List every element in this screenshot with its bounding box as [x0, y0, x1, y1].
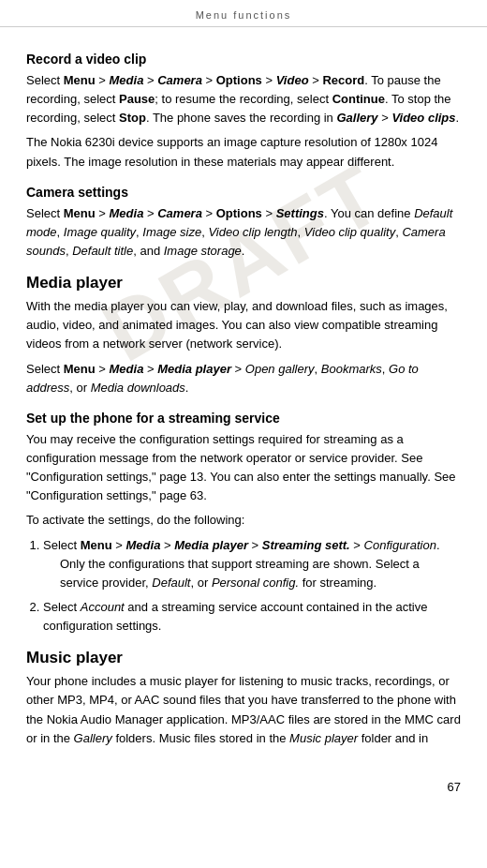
- streaming-service-p1: You may receive the configuration settin…: [26, 430, 461, 506]
- section-streaming-service: Set up the phone for a streaming service…: [26, 411, 461, 636]
- streaming-step-1-indent: Only the configurations that support str…: [60, 555, 461, 592]
- page-number: 67: [0, 776, 487, 803]
- record-video-title: Record a video clip: [26, 52, 461, 67]
- media-player-p2: Select Menu > Media > Media player > Ope…: [26, 360, 461, 397]
- page-header: Menu functions: [0, 0, 487, 27]
- header-title: Menu functions: [196, 9, 292, 21]
- streaming-steps-list: Select Menu > Media > Media player > Str…: [43, 536, 461, 636]
- record-video-p2: The Nokia 6230i device supports an image…: [26, 133, 461, 171]
- streaming-service-p2: To activate the settings, do the followi…: [26, 511, 461, 530]
- camera-settings-p1: Select Menu > Media > Camera > Options >…: [26, 204, 461, 261]
- record-video-p1: Select Menu > Media > Camera > Options >…: [26, 71, 461, 127]
- streaming-service-title: Set up the phone for a streaming service: [26, 411, 461, 426]
- section-record-video: Record a video clip Select Menu > Media …: [26, 52, 461, 172]
- media-player-title: Media player: [26, 274, 461, 292]
- music-player-title: Music player: [26, 649, 461, 667]
- section-music-player: Music player Your phone includes a music…: [26, 649, 461, 748]
- music-player-p1: Your phone includes a music player for l…: [26, 672, 461, 748]
- section-media-player: Media player With the media player you c…: [26, 274, 461, 397]
- streaming-step-1: Select Menu > Media > Media player > Str…: [43, 536, 461, 592]
- section-camera-settings: Camera settings Select Menu > Media > Ca…: [26, 185, 461, 261]
- camera-settings-title: Camera settings: [26, 185, 461, 200]
- streaming-step-2: Select Account and a streaming service a…: [43, 598, 461, 636]
- media-player-p1: With the media player you can view, play…: [26, 297, 461, 353]
